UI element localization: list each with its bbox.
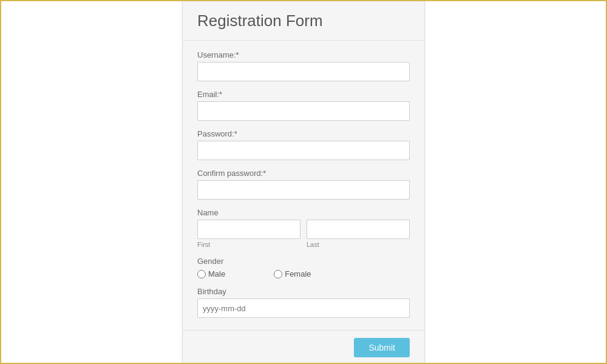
birthday-group: Birthday xyxy=(197,287,410,318)
password-group: Password:* xyxy=(197,129,410,160)
female-label: Female xyxy=(285,269,311,278)
form-footer: Submit xyxy=(183,331,424,364)
form-body: Username:* Email:* Password:* Confirm pa… xyxy=(183,41,424,331)
gender-group: Gender Male Female xyxy=(197,257,410,278)
name-row: First Last xyxy=(197,220,410,248)
username-label: Username:* xyxy=(197,50,410,59)
name-label: Name xyxy=(197,208,410,217)
female-radio-option[interactable]: Female xyxy=(274,269,311,278)
last-name-sublabel: Last xyxy=(307,241,410,248)
username-input[interactable] xyxy=(197,62,410,81)
email-input[interactable] xyxy=(197,101,410,121)
birthday-label: Birthday xyxy=(197,287,410,296)
email-label: Email:* xyxy=(197,90,410,99)
name-group: Name First Last xyxy=(197,208,410,248)
birthday-input[interactable] xyxy=(197,298,410,318)
first-name-col: First xyxy=(197,220,300,248)
first-name-sublabel: First xyxy=(197,241,300,248)
password-input[interactable] xyxy=(197,141,410,160)
male-label: Male xyxy=(208,269,225,278)
form-header: Registration Form xyxy=(183,0,424,41)
registration-form-card: Registration Form Username:* Email:* Pas… xyxy=(182,0,425,364)
male-radio-option[interactable]: Male xyxy=(197,269,225,278)
gender-label: Gender xyxy=(197,257,410,266)
first-name-input[interactable] xyxy=(197,220,300,239)
gender-options: Male Female xyxy=(197,269,410,278)
form-title: Registration Form xyxy=(197,12,410,30)
male-radio[interactable] xyxy=(197,270,206,278)
username-group: Username:* xyxy=(197,50,410,81)
confirm-password-input[interactable] xyxy=(197,180,410,200)
confirm-password-group: Confirm password:* xyxy=(197,169,410,200)
last-name-input[interactable] xyxy=(307,220,410,239)
password-label: Password:* xyxy=(197,129,410,138)
confirm-password-label: Confirm password:* xyxy=(197,169,410,178)
last-name-col: Last xyxy=(307,220,410,248)
email-group: Email:* xyxy=(197,90,410,121)
female-radio[interactable] xyxy=(274,270,282,278)
submit-button[interactable]: Submit xyxy=(354,338,410,357)
